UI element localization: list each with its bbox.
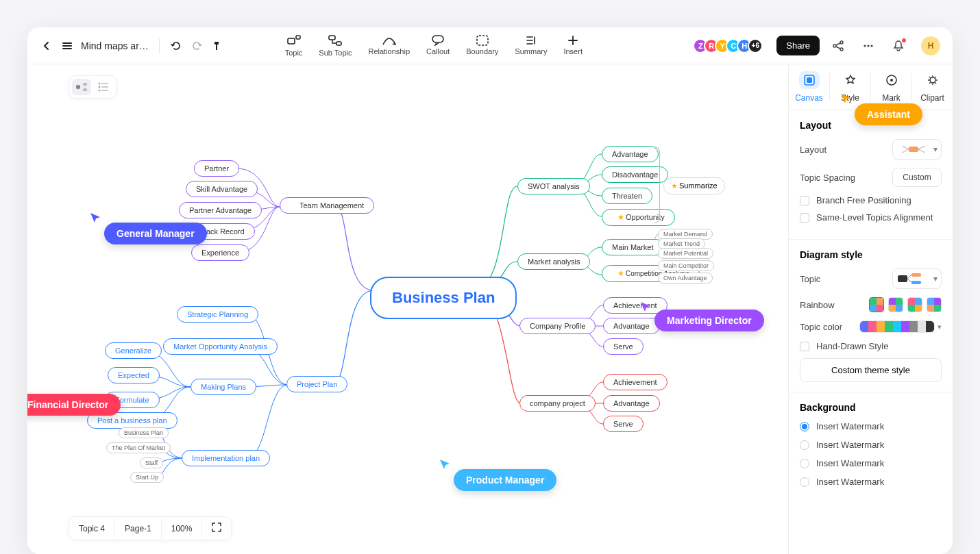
svg-rect-32 — [911, 273, 921, 277]
svg-point-7 — [840, 41, 843, 44]
node-team-management[interactable]: Team Management — [280, 197, 374, 214]
node[interactable]: Advantage — [602, 146, 659, 162]
node-swot[interactable]: SWOT analysis — [517, 178, 590, 194]
topic-button[interactable]: Topic — [285, 35, 303, 57]
branch-free-checkbox[interactable]: Branch Free Positioning — [800, 195, 942, 205]
current-user-avatar[interactable]: H — [921, 36, 940, 55]
document-title[interactable]: Mind maps are ... — [81, 40, 149, 51]
node[interactable]: Partner Advantage — [179, 202, 262, 218]
rainbow-swatch[interactable] — [907, 297, 922, 312]
status-page[interactable]: Page-1 — [115, 518, 162, 539]
node[interactable]: Making Plans — [191, 379, 256, 395]
tab-clipart[interactable]: Clipart — [912, 64, 953, 110]
node-project-plan[interactable]: Project Plan — [286, 376, 347, 392]
node[interactable]: Business Plan — [119, 427, 169, 438]
node[interactable]: Skill Advantage — [186, 181, 258, 197]
svg-point-6 — [833, 45, 836, 47]
menu-icon[interactable] — [60, 39, 74, 53]
custom-theme-button[interactable]: Costom theme style — [800, 358, 942, 382]
node[interactable]: Strategic Planning — [177, 306, 258, 323]
more-icon[interactable] — [857, 34, 880, 58]
outline-view-icon[interactable] — [94, 79, 113, 95]
svg-rect-5 — [477, 36, 488, 45]
subtopic-button[interactable]: Sub Topic — [319, 35, 352, 57]
svg-rect-33 — [911, 281, 921, 284]
chevron-down-icon[interactable]: ▾ — [938, 323, 942, 331]
node[interactable]: Expected — [108, 367, 160, 383]
layout-dropdown[interactable]: ▾ — [892, 139, 942, 160]
status-topic[interactable]: Topic 4 — [69, 518, 115, 539]
summary-button[interactable]: Summary — [515, 35, 547, 57]
same-level-checkbox[interactable]: Same-Level Topics Alignment — [800, 212, 942, 223]
node[interactable]: Advantage — [603, 395, 660, 412]
rainbow-swatch[interactable] — [888, 297, 903, 312]
node-market[interactable]: Market analysis — [517, 253, 590, 270]
node[interactable]: Staff — [140, 457, 163, 468]
mindmap-canvas[interactable]: Business Plan 😂 Team Management Partner … — [27, 64, 788, 554]
avatar-overflow[interactable]: +6 — [748, 38, 763, 53]
watermark-radio[interactable]: Insert Watermark — [800, 440, 942, 450]
node[interactable]: ★Opportunity — [602, 209, 675, 226]
statusbar: Topic 4 Page-1 100% — [69, 516, 232, 540]
hand-drawn-checkbox[interactable]: Hand-Drawn Style — [800, 341, 942, 351]
watermark-radio[interactable]: Insert Watermark — [800, 421, 942, 431]
node[interactable]: Implementation plan — [182, 450, 270, 466]
svg-rect-16 — [101, 83, 108, 84]
rainbow-swatches — [869, 297, 942, 312]
rainbow-swatch[interactable] — [927, 297, 942, 312]
svg-rect-22 — [807, 77, 812, 83]
insert-button[interactable]: Insert — [563, 35, 583, 57]
node-profile[interactable]: Company Profile — [519, 318, 596, 334]
node[interactable]: Serve — [603, 338, 644, 355]
app-window: Mind maps are ... Topic Sub Topic Relati… — [27, 27, 953, 554]
node[interactable]: Achievement — [603, 374, 667, 390]
topic-style-dropdown[interactable]: ▾ — [892, 268, 942, 289]
status-zoom[interactable]: 100% — [162, 518, 203, 539]
svg-rect-13 — [83, 83, 87, 86]
bell-icon[interactable] — [887, 34, 910, 58]
mindmap-view-icon[interactable] — [72, 79, 91, 95]
node[interactable]: Own Advantage — [658, 273, 713, 284]
node[interactable]: Start Up — [130, 472, 164, 483]
watermark-radio[interactable]: Insert Watermark — [800, 477, 942, 487]
node[interactable]: Generalize — [105, 342, 162, 359]
relationship-button[interactable]: Relationship — [368, 35, 410, 57]
watermark-radio[interactable]: Insert Watermark — [800, 458, 942, 468]
svg-rect-20 — [101, 90, 108, 91]
node[interactable]: Experience — [191, 244, 249, 261]
topic-spacing-select[interactable]: Custom — [892, 168, 942, 187]
node[interactable]: Threaten — [602, 188, 652, 204]
svg-point-8 — [840, 48, 843, 51]
collaborator-avatars[interactable]: Z R Y C H +6 — [697, 38, 763, 53]
node[interactable]: Achievement — [603, 297, 667, 314]
node[interactable]: Main Competitor — [658, 260, 714, 271]
rainbow-swatch[interactable] — [869, 297, 884, 312]
back-icon[interactable] — [40, 39, 53, 53]
redo-icon[interactable] — [190, 39, 204, 53]
root-node[interactable]: Business Plan — [370, 277, 517, 319]
node[interactable]: Market Potential — [658, 248, 713, 259]
node-project[interactable]: company project — [519, 395, 596, 412]
section-title: Background — [800, 402, 942, 413]
summary-node[interactable]: ★Summarize — [663, 177, 725, 194]
format-painter-icon[interactable] — [210, 39, 224, 53]
node[interactable]: Serve — [603, 416, 644, 432]
topic-color-dropdown[interactable] — [859, 320, 935, 333]
share-button[interactable]: Share — [776, 36, 820, 55]
boundary-button[interactable]: Boundary — [466, 35, 498, 57]
undo-icon[interactable] — [169, 39, 183, 53]
svg-line-34 — [907, 275, 911, 279]
svg-point-19 — [99, 90, 101, 92]
node[interactable]: Market Opportunity Analysis — [163, 338, 278, 355]
svg-point-9 — [863, 45, 866, 47]
tab-canvas[interactable]: Canvas — [789, 64, 829, 110]
node[interactable]: Partner — [194, 160, 239, 177]
node[interactable]: The Plan Of Market — [106, 442, 171, 453]
node[interactable]: Advantage — [603, 318, 660, 334]
svg-rect-14 — [83, 88, 87, 91]
share-link-icon[interactable] — [826, 34, 850, 58]
fullscreen-icon[interactable] — [202, 517, 231, 540]
node[interactable]: Main Market — [602, 239, 664, 255]
callout-button[interactable]: Callout — [426, 35, 450, 57]
topbar: Mind maps are ... Topic Sub Topic Relati… — [27, 27, 953, 64]
